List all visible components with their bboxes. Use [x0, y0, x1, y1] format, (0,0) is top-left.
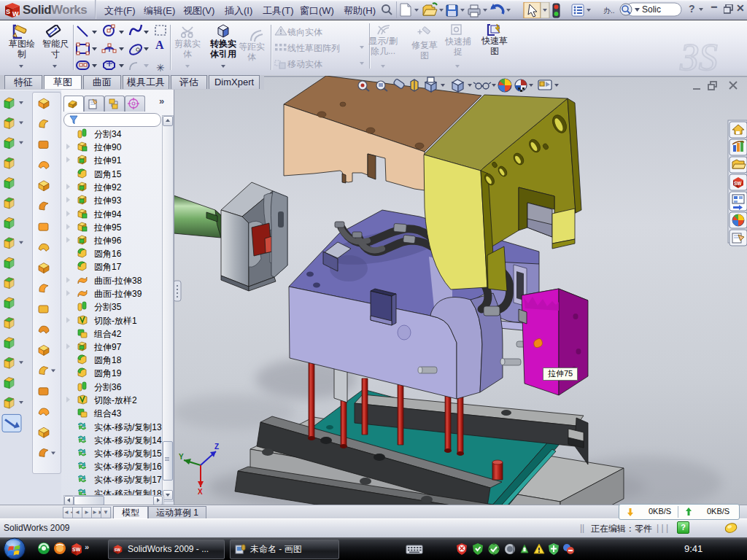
svg-text:X: X: [198, 488, 203, 496]
svg-text:✳: ✳: [156, 62, 165, 74]
svg-text:W: W: [12, 10, 19, 18]
svg-text:SW: SW: [734, 181, 742, 186]
svg-text:SW: SW: [72, 547, 81, 552]
svg-text:Z: Z: [214, 443, 219, 451]
svg-text:+: +: [417, 27, 422, 37]
svg-text:A: A: [155, 39, 164, 51]
svg-text:»: »: [85, 542, 89, 551]
svg-text:Y: Y: [179, 453, 184, 461]
svg-text:Solic: Solic: [642, 4, 661, 15]
svg-text:ЗS: ЗS: [680, 36, 718, 75]
svg-text:SW: SW: [115, 548, 122, 552]
svg-text:S: S: [6, 8, 10, 15]
svg-text:办..: 办..: [603, 7, 615, 15]
